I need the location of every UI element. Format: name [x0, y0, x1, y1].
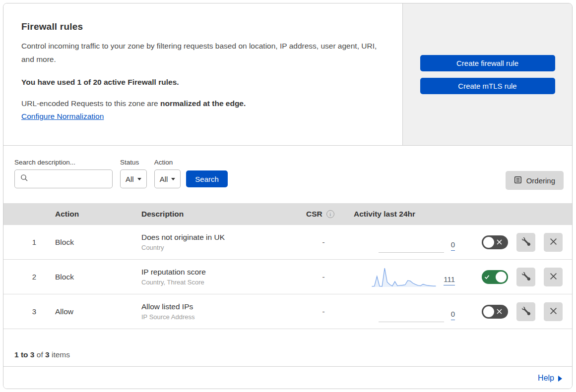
help-link-label: Help [538, 374, 554, 383]
rule-action: Block [51, 238, 141, 247]
table-header: Action Description CSR i Activity last 2… [3, 203, 572, 225]
help-arrow-icon [558, 376, 562, 382]
delete-icon [550, 238, 557, 247]
activity-sparkline [379, 231, 444, 254]
column-description: Description [141, 210, 296, 219]
search-label: Search description... [14, 159, 113, 166]
delete-icon [550, 307, 557, 316]
table-row: 3 Allow Allow listed IPs IP Source Addre… [3, 294, 572, 329]
configure-normalization-link[interactable]: Configure Normalization [21, 112, 104, 121]
status-label: Status [120, 159, 147, 166]
toggle-knob [483, 306, 494, 317]
activity-sparkline [379, 300, 444, 323]
edit-rule-button[interactable] [516, 233, 535, 252]
toggle-off-icon [494, 239, 504, 245]
header-section: Firewall rules Control incoming traffic … [3, 3, 572, 146]
search-input[interactable] [14, 169, 113, 188]
delete-rule-button[interactable] [544, 302, 563, 321]
wrench-icon [522, 237, 530, 247]
search-icon [20, 174, 28, 184]
rule-description: Does not originate in UK [141, 233, 296, 242]
rule-action: Allow [51, 307, 141, 316]
wrench-icon [522, 307, 530, 317]
info-icon[interactable]: i [326, 210, 334, 218]
column-csr-label: CSR [306, 210, 322, 219]
firewall-rules-panel: Firewall rules Control incoming traffic … [3, 3, 573, 389]
rule-fields: Country [141, 244, 296, 251]
help-bar: Help [3, 366, 572, 389]
dropdown-caret-icon [171, 178, 175, 180]
delete-icon [550, 273, 557, 281]
rule-enabled-toggle[interactable] [482, 270, 508, 284]
toggle-on-icon [482, 275, 492, 280]
action-label: Action [154, 159, 181, 166]
items-word: items [50, 350, 70, 359]
toggle-off-icon [494, 309, 504, 314]
items-total: 3 [45, 350, 50, 359]
activity-count-link[interactable]: 0 [451, 241, 455, 251]
activity-sparkline [371, 266, 437, 288]
rule-action: Block [51, 273, 141, 281]
header-card: Firewall rules Control incoming traffic … [3, 3, 403, 146]
column-activity: Activity last 24hr [351, 210, 459, 219]
normalization-prefix: URL-encoded Requests to this zone are [21, 99, 160, 108]
action-dropdown-value: All [160, 175, 168, 183]
edit-rule-button[interactable] [516, 268, 535, 286]
create-mtls-rule-button[interactable]: Create mTLS rule [420, 78, 555, 94]
toggle-knob [496, 272, 507, 282]
column-action: Action [51, 210, 141, 219]
edit-rule-button[interactable] [516, 302, 535, 321]
delete-rule-button[interactable] [544, 233, 563, 252]
activity-count-link[interactable]: 111 [444, 276, 455, 285]
usage-notice: You have used 1 of 20 active Firewall ru… [21, 78, 384, 87]
wrench-icon [522, 272, 530, 282]
rule-priority: 3 [3, 307, 51, 316]
table-row: 2 Block IP reputation score Country, Thr… [3, 260, 572, 294]
column-csr: CSR i [296, 210, 351, 219]
normalization-bold: normalized at the edge. [160, 99, 246, 108]
action-dropdown[interactable]: All [154, 169, 181, 188]
ordering-icon [514, 176, 522, 185]
rule-fields: IP Source Address [141, 313, 296, 321]
table-footer: 1 to 3 of 3 items [3, 329, 572, 366]
table-row: 1 Block Does not originate in UK Country… [3, 225, 572, 260]
rule-description: IP reputation score [141, 268, 296, 277]
create-firewall-rule-button[interactable]: Create firewall rule [420, 55, 555, 71]
toggle-knob [483, 237, 494, 248]
ordering-button[interactable]: Ordering [506, 171, 564, 190]
filter-bar: Search description... Status All Action … [3, 146, 572, 203]
page-description: Control incoming traffic to your zone by… [21, 39, 388, 66]
items-range: 1 to 3 [14, 350, 34, 359]
rule-description: Allow listed IPs [141, 302, 296, 311]
rule-priority: 1 [3, 238, 51, 246]
rule-priority: 2 [3, 273, 51, 281]
rule-enabled-toggle[interactable] [482, 235, 508, 249]
rule-csr: - [296, 273, 351, 281]
rule-fields: Country, Threat Score [141, 279, 296, 286]
help-link[interactable]: Help [538, 374, 562, 383]
ordering-button-label: Ordering [526, 176, 555, 185]
page-title: Firewall rules [21, 21, 384, 32]
actions-panel: Create firewall rule Create mTLS rule [403, 3, 572, 146]
rule-csr: - [296, 307, 351, 316]
delete-rule-button[interactable] [544, 268, 563, 286]
items-of: of [34, 350, 45, 359]
rule-enabled-toggle[interactable] [482, 305, 508, 319]
status-dropdown[interactable]: All [120, 169, 147, 188]
status-dropdown-value: All [126, 175, 134, 183]
activity-count-link[interactable]: 0 [451, 310, 455, 320]
normalization-text: URL-encoded Requests to this zone are no… [21, 99, 384, 108]
dropdown-caret-icon [137, 178, 141, 180]
search-button[interactable]: Search [186, 170, 228, 187]
rule-csr: - [296, 238, 351, 247]
